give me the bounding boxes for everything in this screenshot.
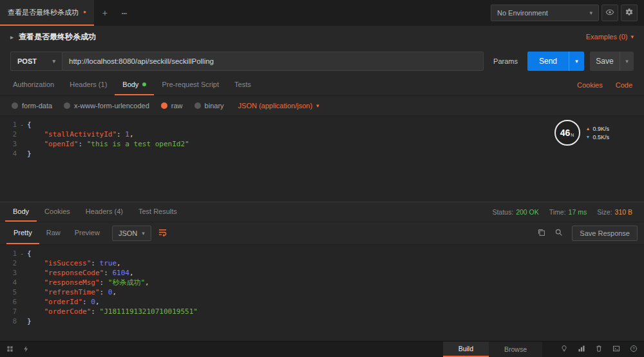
radio-icon [194, 102, 201, 109]
tab-authorization[interactable]: Authorization [5, 75, 62, 95]
examples-dropdown[interactable]: Examples (0) ▾ [586, 33, 634, 41]
save-dropdown-caret[interactable]: ▾ [620, 52, 634, 71]
tab-label: Body [122, 81, 138, 88]
cookies-link[interactable]: Cookies [577, 81, 603, 89]
response-format-dropdown[interactable]: JSON ▾ [112, 226, 151, 241]
fold-marker-icon[interactable]: - [17, 120, 27, 130]
build-mode-button[interactable]: Build [443, 342, 489, 357]
network-gauge-unit: N [571, 133, 574, 137]
url-input[interactable]: http://localhost:8080/api/seckill/seckil… [62, 52, 484, 71]
response-toolbar: Pretty Raw Preview JSON ▾ Save Response [0, 222, 644, 244]
size-label: Size: [597, 208, 612, 216]
environment-label: No Environment [497, 9, 548, 17]
request-title-row: ▸ 查看是否最终秒杀成功 Examples (0) ▾ [0, 26, 644, 48]
fold-marker-icon [17, 130, 27, 139]
code-text: "refreshTime": 0, [27, 287, 117, 297]
fold-marker-icon [17, 258, 27, 268]
code-link[interactable]: Code [616, 81, 632, 89]
new-tab-button[interactable]: + [97, 5, 113, 21]
content-type-dropdown[interactable]: JSON (application/json) ▾ [238, 102, 319, 110]
settings-button[interactable] [621, 5, 638, 21]
line-number: 1 [0, 249, 17, 258]
chevron-down-icon: ▾ [142, 231, 145, 236]
code-text: } [27, 316, 32, 326]
view-mode-raw[interactable]: Raw [39, 222, 68, 244]
bolt-icon [23, 345, 30, 354]
body-mode-urlencoded[interactable]: x-www-form-urlencoded [64, 102, 149, 110]
response-tab-body[interactable]: Body [5, 202, 37, 222]
fold-marker-icon [17, 268, 27, 278]
response-tab-headers[interactable]: Headers (4) [78, 202, 131, 222]
body-mode-form-data[interactable]: form-data [12, 102, 52, 110]
request-body-editor[interactable]: 46 N ▲0.9K/s ▼0.5K/s 1-{2 "stallActivity… [0, 115, 644, 202]
code-line: 3 "responseCode": 6104, [0, 268, 644, 278]
runner-button[interactable] [578, 345, 585, 354]
line-number: 8 [0, 316, 17, 326]
view-mode-pretty[interactable]: Pretty [6, 222, 39, 244]
line-number: 2 [0, 258, 17, 268]
tab-headers[interactable]: Headers (1) [62, 75, 115, 95]
copy-response-button[interactable] [537, 228, 545, 238]
send-button-group: Send ▾ [527, 52, 584, 71]
save-response-button[interactable]: Save Response [572, 226, 638, 241]
chevron-down-icon: ▾ [589, 10, 592, 16]
tab-label: Pre-request Script [162, 81, 219, 88]
response-tab-cookies[interactable]: Cookies [37, 202, 78, 222]
wrap-text-button[interactable] [158, 227, 167, 239]
save-button-group: Save ▾ [590, 52, 634, 71]
view-mode-label: Preview [75, 229, 100, 236]
more-tabs-button[interactable]: ••• [116, 5, 133, 21]
help-icon: ? [630, 345, 638, 354]
tab-pre-request-script[interactable]: Pre-request Script [154, 75, 227, 95]
code-line: 1-{ [0, 249, 644, 258]
trash-button[interactable] [595, 345, 603, 354]
body-mode-raw[interactable]: raw [161, 102, 183, 110]
code-line: 4 "responseMsg": "秒杀成功", [0, 278, 644, 287]
examples-label: Examples (0) [586, 33, 628, 41]
browse-mode-button[interactable]: Browse [489, 342, 542, 357]
shortcuts-button[interactable] [23, 345, 30, 354]
tab-label: Body [13, 207, 29, 215]
tab-label: Headers (1) [70, 81, 107, 88]
request-tabs: Authorization Headers (1) Body Pre-reque… [0, 75, 644, 96]
code-text: "orderCode": "J18111913210710019551" [27, 307, 198, 316]
postman-window: 查看是否最终秒杀成功 ● + ••• No Environment ▾ ▸ 查看… [0, 0, 644, 357]
code-text: } [27, 149, 32, 159]
send-button[interactable]: Send [527, 52, 569, 71]
radio-label: form-data [22, 102, 52, 110]
collapse-caret-icon[interactable]: ▸ [10, 34, 14, 41]
bootcamp-button[interactable] [560, 345, 568, 354]
body-mode-binary[interactable]: binary [194, 102, 224, 110]
environment-preview-button[interactable] [601, 5, 618, 21]
help-button[interactable]: ? [630, 345, 638, 354]
view-mode-label: Pretty [14, 229, 32, 236]
method-dropdown[interactable]: POST ▾ [10, 52, 62, 71]
params-button[interactable]: Params [484, 57, 527, 65]
console-button[interactable] [612, 345, 620, 354]
request-tab-chip[interactable]: 查看是否最终秒杀成功 ● [0, 0, 94, 26]
method-label: POST [17, 57, 37, 65]
tab-body[interactable]: Body [115, 75, 154, 95]
line-number: 2 [0, 130, 17, 139]
network-gauge[interactable]: 46 N [554, 120, 580, 146]
apps-grid-button[interactable] [6, 345, 14, 354]
chevron-down-icon: ▾ [630, 34, 634, 40]
environment-dropdown[interactable]: No Environment ▾ [491, 5, 599, 21]
grid-icon [6, 345, 14, 354]
response-body-editor[interactable]: 1-{2 "isSuccess": true,3 "responseCode":… [0, 244, 644, 341]
plus-icon: + [102, 8, 108, 18]
send-dropdown-caret[interactable]: ▾ [569, 52, 584, 71]
status-bar-right: ? [560, 345, 638, 354]
search-response-button[interactable] [554, 228, 563, 238]
status-bar-left [6, 345, 30, 354]
wrap-text-icon [158, 227, 167, 239]
view-mode-preview[interactable]: Preview [68, 222, 107, 244]
save-button[interactable]: Save [590, 52, 620, 71]
console-icon [612, 345, 620, 354]
code-line: 4} [0, 149, 644, 159]
tab-tests[interactable]: Tests [227, 75, 259, 95]
response-tab-test-results[interactable]: Test Results [131, 202, 185, 222]
download-arrow-icon: ▼ [586, 135, 591, 139]
fold-marker-icon[interactable]: - [17, 249, 27, 258]
time-value: 17 ms [569, 208, 587, 216]
